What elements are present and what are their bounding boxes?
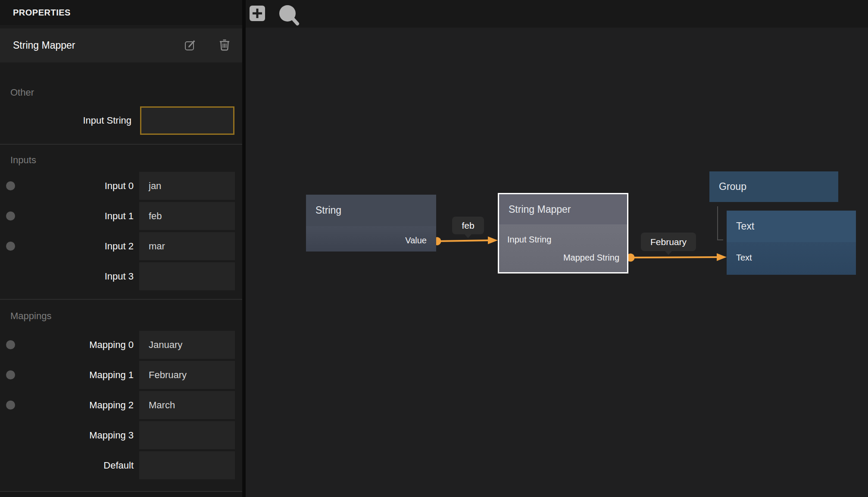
row-value-field[interactable]: feb [139,202,235,230]
value-output-port[interactable]: Value [405,236,427,245]
row-value-field[interactable]: February [139,361,235,389]
group-node-title: Group [709,171,838,202]
edit-node-button[interactable] [184,39,197,52]
row-label: Mapping 0 [0,331,134,359]
input-string-port[interactable]: Input String [507,235,551,245]
row-label: Mapping 3 [0,421,134,449]
text-node-title: Text [727,211,856,242]
plus-icon [249,16,265,23]
string-node-title: String [306,195,436,226]
row-label: Input 2 [0,232,134,260]
magnifier-icon [278,21,300,27]
input-string-field[interactable] [140,106,234,135]
text-node[interactable]: Text Text [727,211,856,275]
mapped-string-port[interactable]: Mapped String [563,253,619,263]
row-label: Default [0,451,134,479]
row-label: Mapping 2 [0,391,134,419]
input-string-label: Input String [0,106,131,135]
search-button[interactable] [278,3,300,27]
properties-panel-header: PROPERTIES [0,0,242,25]
string-node[interactable]: String Value [306,195,436,252]
section-mappings: Mappings [10,310,140,323]
mapping-row: Default [0,451,242,479]
input-string-row: Input String [0,106,242,135]
row-value-field[interactable]: March [139,391,235,419]
text-input-port[interactable]: Text [736,253,752,263]
string-mapper-node-body: Input String Mapped String [499,224,627,272]
panel-separator [242,0,246,497]
mapping-row: Mapping 0 January [0,331,242,359]
trash-icon [219,38,230,53]
selected-node-row: String Mapper [0,28,242,62]
add-node-button[interactable] [249,5,265,23]
properties-title: PROPERTIES [13,8,71,18]
row-value-field[interactable]: mar [139,232,235,260]
group-node[interactable]: Group [709,171,838,202]
divider [0,299,242,300]
wire-value-text: February [650,237,687,247]
section-inputs: Inputs [10,154,140,167]
row-value-field[interactable]: jan [139,172,235,200]
wire-value-text: feb [462,221,474,230]
divider [0,144,242,145]
selected-node-title: String Mapper [13,40,184,51]
tooltip-tail [464,234,472,238]
canvas-toolbar [246,0,868,28]
input-row: Input 2 mar [0,232,242,260]
mapping-row: Mapping 2 March [0,391,242,419]
row-value-field[interactable] [139,262,235,290]
delete-node-button[interactable] [219,38,230,53]
section-other: Other [10,86,140,99]
tooltip-tail [665,251,672,255]
input-row: Input 3 [0,262,242,290]
wire-february [627,253,727,262]
properties-panel: PROPERTIES String Mapper [0,0,242,497]
edit-pencil-icon [184,39,197,52]
wire-value-tooltip: February [641,233,696,251]
mapping-row: Mapping 3 [0,421,242,449]
row-label: Input 1 [0,202,134,230]
string-mapper-node-title: String Mapper [499,194,627,224]
mapping-row: Mapping 1 February [0,361,242,389]
wire-value-tooltip: feb [452,217,484,234]
string-mapper-node[interactable]: String Mapper Input String Mapped String [498,193,628,273]
input-row: Input 1 feb [0,202,242,230]
string-node-body: Value [306,226,436,252]
node-graph-canvas[interactable]: String Value String Mapper Input String … [246,0,868,497]
row-value-field[interactable] [139,421,235,449]
panel-footer [0,492,242,497]
row-label: Mapping 1 [0,361,134,389]
row-value-field[interactable]: January [139,331,235,359]
text-node-body: Text [727,242,856,275]
row-value-field[interactable] [139,451,235,479]
row-label: Input 0 [0,172,134,200]
row-label: Input 3 [0,262,134,290]
input-row: Input 0 jan [0,172,242,200]
group-child-connector [718,206,723,240]
